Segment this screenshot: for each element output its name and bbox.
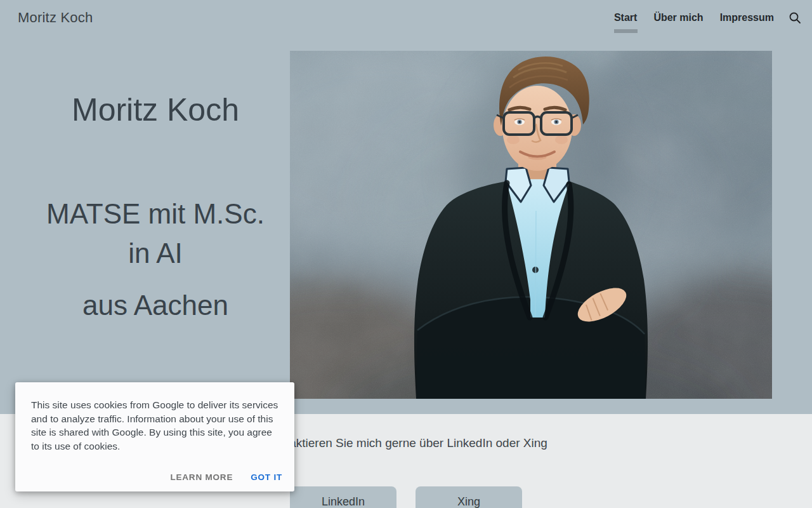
hero-subtitle-location: aus Aachen (40, 286, 271, 325)
nav-item-start[interactable]: Start (614, 0, 637, 36)
site-logo[interactable]: Moritz Koch (18, 0, 93, 36)
cookie-message: This site uses cookies from Google to de… (31, 398, 280, 453)
xing-button[interactable]: Xing (416, 486, 522, 508)
nav-item-ueber-mich-label: Über mich (653, 12, 703, 23)
linkedin-button[interactable]: LinkedIn (290, 486, 396, 508)
nav-item-ueber-mich[interactable]: Über mich (653, 0, 703, 36)
nav-item-impressum-label: Impressum (720, 12, 774, 23)
nav-item-start-label: Start (614, 12, 637, 23)
page: Moritz Koch MATSE mit M.Sc. in AI aus Aa… (0, 0, 812, 508)
main-nav: Start Über mich Impressum (614, 0, 774, 36)
hero-title: Moritz Koch (40, 90, 271, 130)
cookie-consent-banner: This site uses cookies from Google to de… (15, 382, 294, 491)
header: Moritz Koch Start Über mich Impressum (0, 0, 812, 36)
search-button[interactable] (787, 10, 803, 27)
cookie-actions: LEARN MORE GOT IT (31, 472, 284, 482)
got-it-button[interactable]: GOT IT (251, 472, 282, 482)
active-tab-indicator (614, 29, 638, 33)
learn-more-button[interactable]: LEARN MORE (170, 472, 233, 482)
portrait-photo (290, 51, 772, 399)
search-icon (788, 11, 802, 27)
hero-section: Moritz Koch MATSE mit M.Sc. in AI aus Aa… (0, 36, 812, 414)
nav-item-impressum[interactable]: Impressum (720, 0, 774, 36)
hero-subtitle: MATSE mit M.Sc. in AI (40, 194, 271, 273)
